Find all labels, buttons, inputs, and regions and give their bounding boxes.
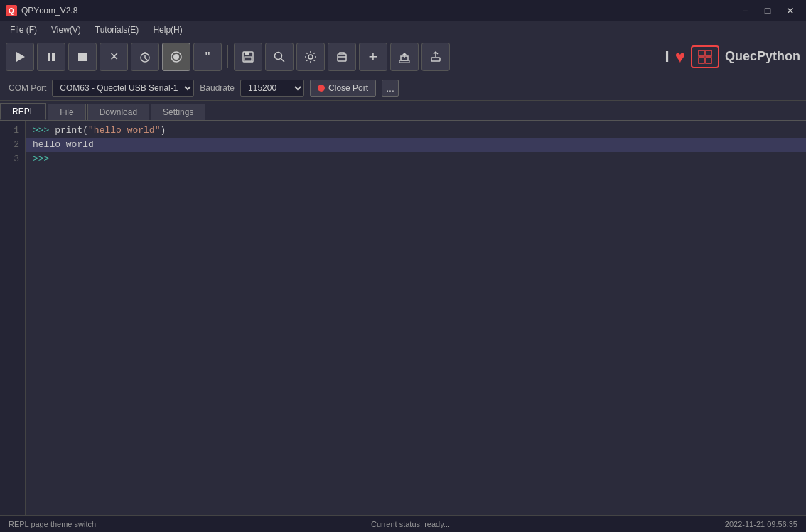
branding-name: QuecPython (725, 49, 800, 64)
repl-code-1: print("hello world") (55, 124, 166, 138)
svg-line-14 (281, 58, 285, 62)
branding-i: I (665, 48, 670, 66)
toolbar: ✕ " (0, 38, 806, 75)
tab-download[interactable]: Download (87, 104, 149, 120)
svg-rect-2 (52, 53, 55, 61)
status-center: Current status: ready... (371, 520, 450, 528)
svg-rect-19 (431, 58, 440, 61)
svg-rect-23 (706, 58, 711, 63)
minimize-button[interactable]: − (735, 3, 755, 18)
svg-rect-18 (399, 60, 409, 63)
svg-marker-0 (16, 52, 25, 62)
svg-rect-21 (706, 50, 711, 56)
package-button[interactable] (328, 43, 356, 71)
title-bar-controls: − □ ✕ (735, 3, 800, 18)
branding: I ♥ QuecPython (665, 45, 800, 68)
menu-view[interactable]: View(V) (44, 23, 88, 36)
repl-line-2: hello world (26, 138, 806, 152)
status-left: REPL page theme switch (9, 520, 96, 528)
tab-file[interactable]: File (48, 104, 85, 120)
svg-rect-22 (699, 58, 704, 63)
repl-line-1: >>> print("hello world") (33, 124, 799, 138)
repl-prompt-1: >>> (33, 124, 55, 138)
line-num-1: 1 (14, 124, 19, 138)
search-button[interactable] (265, 43, 294, 71)
tab-repl[interactable]: REPL (0, 103, 46, 120)
port-bar: COM Port COM63 - Quectel USB Serial-1 Po… (0, 75, 806, 101)
export-button[interactable] (390, 43, 419, 71)
svg-rect-16 (338, 54, 346, 61)
menu-file[interactable]: File (F) (3, 23, 44, 36)
baud-rate-select[interactable]: 115200 (240, 80, 304, 97)
quote-button[interactable]: " (193, 43, 222, 71)
svg-rect-12 (245, 57, 252, 61)
toolbar-sep-1 (227, 45, 228, 68)
port-extra-button[interactable]: ... (382, 80, 399, 97)
com-port-select[interactable]: COM63 - Quectel USB Serial-1 Port (52, 80, 194, 97)
svg-point-13 (275, 52, 282, 59)
svg-line-6 (145, 58, 147, 60)
close-port-label: Close Port (328, 83, 368, 93)
title-bar-left: Q QPYcom_V2.8 (6, 5, 77, 16)
line-numbers: 1 2 3 (0, 121, 26, 515)
add-button[interactable]: + (359, 43, 387, 71)
upload-button[interactable] (421, 43, 450, 71)
repl-line-3: >>> (33, 152, 799, 166)
svg-point-15 (308, 55, 313, 59)
record-button[interactable] (162, 43, 190, 71)
svg-rect-11 (245, 52, 249, 55)
line-num-3: 3 (14, 152, 19, 166)
status-bar: REPL page theme switch Current status: r… (0, 515, 806, 532)
baud-label: Baudrate (200, 83, 235, 93)
run-button[interactable] (6, 43, 34, 71)
red-dot-icon (318, 85, 325, 92)
title-bar: Q QPYcom_V2.8 − □ ✕ (0, 0, 806, 21)
com-label: COM Port (9, 83, 46, 93)
branding-heart: ♥ (675, 47, 685, 67)
close-port-button[interactable]: Close Port (310, 80, 376, 97)
svg-point-9 (173, 54, 179, 60)
menu-tutorials[interactable]: Tutorials(E) (88, 23, 146, 36)
tabs: REPL File Download Settings (0, 101, 806, 121)
stop-button[interactable] (68, 43, 97, 71)
svg-rect-3 (78, 53, 87, 61)
repl-output-2: hello world (33, 139, 94, 150)
main-content: 1 2 3 >>> print("hello world") hello wor… (0, 121, 806, 515)
menu-bar: File (F) View(V) Tutorials(E) Help(H) (0, 21, 806, 38)
tab-settings[interactable]: Settings (151, 104, 205, 120)
close-x-button[interactable]: ✕ (100, 43, 128, 71)
status-right: 2022-11-21 09:56:35 (725, 520, 797, 528)
line-num-2: 2 (14, 138, 19, 152)
pause-button[interactable] (37, 43, 65, 71)
repl-prompt-3: >>> (33, 152, 49, 166)
app-icon: Q (6, 5, 17, 16)
branding-logo (691, 45, 719, 68)
maximize-button[interactable]: □ (758, 3, 778, 18)
repl-output[interactable]: >>> print("hello world") hello world >>> (26, 121, 806, 515)
save-button[interactable] (234, 43, 262, 71)
app-title: QPYcom_V2.8 (21, 6, 77, 16)
svg-rect-20 (699, 50, 704, 56)
svg-rect-1 (48, 53, 50, 61)
menu-help[interactable]: Help(H) (146, 23, 189, 36)
clock-button[interactable] (131, 43, 159, 71)
close-button[interactable]: ✕ (780, 3, 800, 18)
settings-button[interactable] (296, 43, 325, 71)
